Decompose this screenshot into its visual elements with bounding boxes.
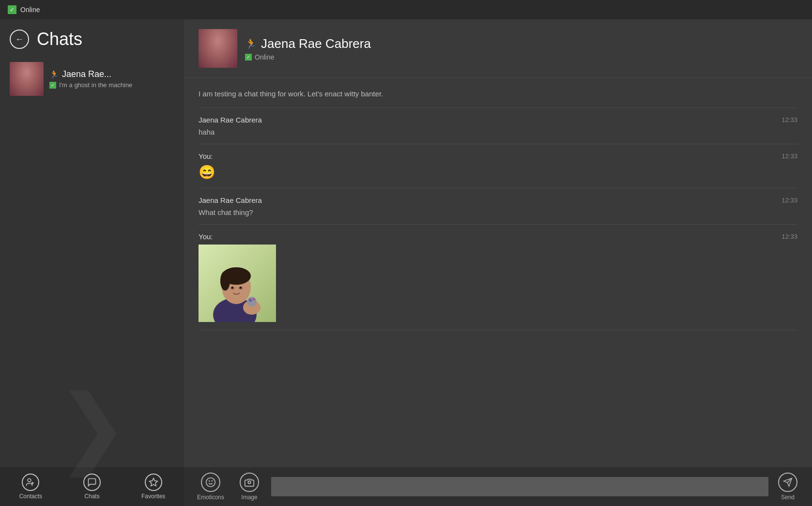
svg-point-16 — [252, 298, 255, 301]
emoticons-label: Emoticons — [197, 494, 224, 501]
message-sender: Jaena Rae Cabrera — [199, 116, 262, 124]
online-status-label: Online — [20, 6, 40, 14]
contact-avatar — [10, 62, 44, 96]
svg-point-8 — [220, 271, 230, 291]
message-time: 12:33 — [781, 116, 797, 123]
chats-nav-label: Chats — [84, 493, 99, 500]
sidebar-watermark: ❯ — [56, 376, 129, 477]
sidebar-item-chats[interactable]: Chats — [61, 467, 123, 506]
sidebar-item-favorites[interactable]: Favorites — [123, 467, 184, 506]
send-label: Send — [781, 494, 795, 501]
chats-nav-icon — [83, 474, 101, 491]
contact-item[interactable]: 🏃 Jaena Rae... ✓ I'm a ghost in the mach… — [0, 57, 184, 101]
chat-avatar-img — [199, 29, 237, 68]
message-sender: You: — [199, 152, 213, 160]
chat-status-text: Online — [255, 53, 274, 61]
message-header: Jaena Rae Cabrera 12:33 — [199, 196, 797, 204]
favorites-label: Favorites — [141, 493, 165, 500]
chat-contact-name: Jaena Rae Cabrera — [261, 36, 371, 51]
emoticons-button[interactable]: Emoticons — [194, 473, 228, 501]
svg-point-14 — [247, 297, 257, 307]
svg-point-17 — [206, 478, 215, 487]
message-input[interactable] — [271, 477, 768, 496]
send-icon — [778, 473, 797, 492]
contact-run-icon: 🏃 — [49, 70, 59, 79]
svg-point-15 — [249, 299, 252, 302]
chat-run-icon: 🏃 — [245, 38, 257, 49]
contact-status-text: I'm a ghost in the machine — [59, 81, 132, 89]
message-time: 12:33 — [781, 233, 797, 240]
avatar-face — [10, 62, 44, 96]
image-label: Image — [241, 494, 257, 501]
image-icon — [240, 473, 259, 492]
message-sender: You: — [199, 232, 213, 241]
message-block: Jaena Rae Cabrera 12:33 haha — [199, 108, 797, 144]
message-sender: Jaena Rae Cabrera — [199, 196, 262, 204]
chat-header: 🏃 Jaena Rae Cabrera ✓ Online — [184, 19, 812, 78]
message-block: Jaena Rae Cabrera 12:33 What chat thing? — [199, 188, 797, 225]
message-block: You: 12:33 😄 — [199, 144, 797, 188]
message-time: 12:33 — [781, 197, 797, 204]
send-button[interactable]: Send — [773, 473, 802, 501]
online-status-icon: ✓ — [8, 5, 16, 14]
message-content: haha — [199, 128, 797, 136]
contact-name-row: 🏃 Jaena Rae... — [49, 69, 174, 79]
sidebar-header: ← Chats — [0, 19, 184, 57]
sidebar-title: Chats — [37, 29, 82, 49]
contacts-icon — [22, 474, 39, 491]
emoticons-icon — [201, 473, 220, 492]
svg-marker-1 — [149, 478, 157, 486]
sidebar-nav: Contacts Chats Favorites — [0, 467, 184, 506]
message-header: Jaena Rae Cabrera 12:33 — [199, 116, 797, 124]
sidebar-item-contacts[interactable]: Contacts — [0, 467, 61, 506]
message-photo-svg — [199, 245, 276, 322]
message-header: You: 12:33 — [199, 152, 797, 160]
message-block: You: 12:33 — [199, 225, 797, 330]
sidebar: ❯ ← Chats 🏃 Jaena Rae... ✓ I — [0, 19, 184, 506]
intro-message: I am testing a chat thing for work. Let'… — [199, 78, 797, 108]
input-bar: Emoticons Image S — [184, 467, 812, 506]
message-header: You: 12:33 — [199, 232, 797, 241]
chat-status-row: ✓ Online — [245, 53, 371, 61]
contact-status-row: ✓ I'm a ghost in the machine — [49, 81, 174, 89]
messages-area[interactable]: I am testing a chat thing for work. Let'… — [184, 78, 812, 467]
svg-point-11 — [231, 287, 233, 289]
back-icon: ← — [15, 34, 24, 45]
back-button[interactable]: ← — [10, 30, 29, 49]
chat-contact-avatar — [199, 29, 237, 68]
contact-online-icon: ✓ — [49, 82, 56, 89]
message-time: 12:33 — [781, 153, 797, 160]
message-image — [199, 245, 276, 322]
message-content: What chat thing? — [199, 208, 797, 216]
message-emoji: 😄 — [199, 164, 797, 180]
chat-online-icon: ✓ — [245, 54, 252, 61]
intro-message-text: I am testing a chat thing for work. Let'… — [199, 90, 383, 98]
contact-info: 🏃 Jaena Rae... ✓ I'm a ghost in the mach… — [49, 69, 174, 89]
svg-point-0 — [28, 479, 31, 482]
chat-panel: 🏃 Jaena Rae Cabrera ✓ Online I am testin… — [184, 19, 812, 506]
svg-point-20 — [248, 481, 251, 484]
top-bar: ✓ Online — [0, 0, 812, 19]
favorites-icon — [145, 474, 162, 491]
contacts-label: Contacts — [19, 493, 42, 500]
chat-contact-name-row: 🏃 Jaena Rae Cabrera — [245, 36, 371, 51]
main-container: ❯ ← Chats 🏃 Jaena Rae... ✓ I — [0, 19, 812, 506]
chat-contact-info: 🏃 Jaena Rae Cabrera ✓ Online — [245, 36, 371, 61]
contact-name: Jaena Rae... — [62, 69, 111, 79]
svg-point-12 — [240, 287, 242, 289]
image-button[interactable]: Image — [232, 473, 266, 501]
